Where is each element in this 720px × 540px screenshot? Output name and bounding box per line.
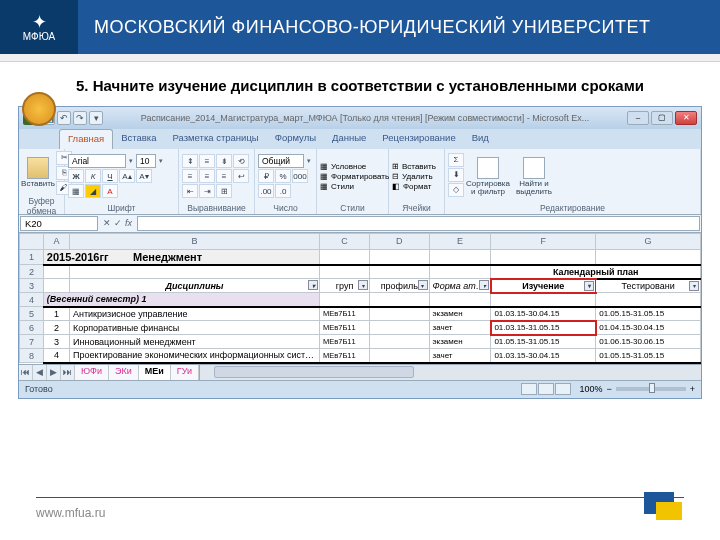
tab-insert[interactable]: Вставка [113, 129, 164, 149]
decrease-decimal-icon[interactable]: .0 [275, 184, 291, 198]
format-cells-icon[interactable]: ◧ [392, 182, 400, 191]
cancel-formula-icon[interactable]: ✕ [103, 218, 111, 228]
table-row[interactable]: 5 1 Антикризисное управление МЕв7Б11 экз… [20, 307, 701, 321]
sheet-tab[interactable]: ЭКи [109, 365, 139, 380]
clear-icon[interactable]: ◇ [448, 183, 464, 197]
fill-color-icon[interactable]: ◢ [85, 184, 101, 198]
name-box[interactable]: K20 [20, 216, 98, 231]
chevron-down-icon[interactable]: ▾ [157, 157, 165, 165]
select-all-cell[interactable] [20, 233, 44, 249]
merge-cells-icon[interactable]: ⊞ [216, 184, 232, 198]
align-right-icon[interactable]: ≡ [216, 169, 232, 183]
orientation-icon[interactable]: ⟲ [233, 154, 249, 168]
enter-formula-icon[interactable]: ✓ [114, 218, 122, 228]
zoom-out-icon[interactable]: − [606, 384, 611, 394]
autosum-icon[interactable]: Σ [448, 153, 464, 167]
col-header[interactable]: A [43, 233, 69, 249]
close-button[interactable]: ✕ [675, 111, 697, 125]
filter-dropdown-icon[interactable]: ▾ [308, 280, 318, 290]
align-top-icon[interactable]: ⇞ [182, 154, 198, 168]
number-format-select[interactable]: Общий [258, 154, 304, 168]
sheet-prev-icon[interactable]: ◀ [33, 365, 47, 380]
sheet-tab[interactable]: ГУи [171, 365, 199, 380]
semester-cell[interactable]: (Весенний семестр) 1 [43, 293, 319, 307]
sheet-first-icon[interactable]: ⏮ [19, 365, 33, 380]
borders-icon[interactable]: ▦ [68, 184, 84, 198]
row-header[interactable]: 8 [20, 349, 44, 363]
cell-styles-icon[interactable]: ▦ [320, 182, 328, 191]
shrink-font-icon[interactable]: A▾ [136, 169, 152, 183]
office-button[interactable] [22, 92, 56, 126]
row-header[interactable]: 1 [20, 249, 44, 265]
col-header[interactable]: E [429, 233, 491, 249]
formula-input[interactable] [137, 216, 700, 231]
row-header[interactable]: 4 [20, 293, 44, 307]
zoom-level[interactable]: 100% [579, 384, 602, 394]
find-select-button[interactable]: Найти и выделить [512, 151, 556, 202]
sheet-last-icon[interactable]: ⏭ [61, 365, 75, 380]
table-row[interactable]: 7 3 Инновационный менеджмент МЕв7Б11 экз… [20, 335, 701, 349]
filter-dropdown-icon[interactable]: ▾ [479, 280, 489, 290]
fx-icon[interactable]: fx [125, 218, 132, 228]
filter-header-test[interactable]: Тестировани▾ [596, 279, 701, 293]
view-pagebreak-icon[interactable] [555, 383, 571, 395]
col-header[interactable]: F [491, 233, 596, 249]
filter-dropdown-icon[interactable]: ▾ [418, 280, 428, 290]
conditional-format-icon[interactable]: ▦ [320, 162, 328, 171]
chevron-down-icon[interactable]: ▾ [305, 157, 313, 165]
zoom-in-icon[interactable]: + [690, 384, 695, 394]
col-header[interactable]: C [320, 233, 370, 249]
cell[interactable]: Календарный план [491, 265, 701, 279]
filter-header-study[interactable]: Изучение▾ [491, 279, 596, 293]
font-color-icon[interactable]: A [102, 184, 118, 198]
comma-icon[interactable]: 000 [292, 169, 308, 183]
table-row[interactable]: 6 2 Корпоративные финансы МЕв7Б11 зачет … [20, 321, 701, 335]
filter-dropdown-icon[interactable]: ▾ [584, 281, 594, 291]
sheet-tab-active[interactable]: МЕи [139, 365, 171, 380]
increase-indent-icon[interactable]: ⇥ [199, 184, 215, 198]
percent-icon[interactable]: % [275, 169, 291, 183]
delete-cells-icon[interactable]: ⊟ [392, 172, 399, 181]
filter-header-form[interactable]: Форма аттестаци▾ [429, 279, 491, 293]
sheet-next-icon[interactable]: ▶ [47, 365, 61, 380]
cell[interactable]: 2015-2016гг Менеджмент [43, 249, 319, 265]
format-as-table-icon[interactable]: ▦ [320, 172, 328, 181]
filter-header-disciplines[interactable]: Дисциплины▾ [69, 279, 319, 293]
row-header[interactable]: 2 [20, 265, 44, 279]
col-header[interactable]: B [69, 233, 319, 249]
font-name-select[interactable]: Arial [68, 154, 126, 168]
font-size-select[interactable]: 10 [136, 154, 156, 168]
zoom-thumb[interactable] [649, 383, 655, 393]
qat-redo-icon[interactable]: ↷ [73, 111, 87, 125]
grow-font-icon[interactable]: A▴ [119, 169, 135, 183]
currency-icon[interactable]: ₽ [258, 169, 274, 183]
zoom-slider[interactable] [616, 387, 686, 391]
spreadsheet-grid[interactable]: A B C D E F G 1 2015-2016гг Менеджмент 2 [19, 233, 701, 364]
column-headers[interactable]: A B C D E F G [20, 233, 701, 249]
col-header[interactable]: G [596, 233, 701, 249]
view-layout-icon[interactable] [538, 383, 554, 395]
maximize-button[interactable]: ▢ [651, 111, 673, 125]
increase-decimal-icon[interactable]: .00 [258, 184, 274, 198]
underline-button[interactable]: Ч [102, 169, 118, 183]
decrease-indent-icon[interactable]: ⇤ [182, 184, 198, 198]
sheet-tab[interactable]: ЮФи [75, 365, 109, 380]
fill-icon[interactable]: ⬇ [448, 168, 464, 182]
qat-undo-icon[interactable]: ↶ [57, 111, 71, 125]
horizontal-scrollbar[interactable] [199, 365, 701, 380]
tab-layout[interactable]: Разметка страницы [164, 129, 266, 149]
insert-cells-icon[interactable]: ⊞ [392, 162, 399, 171]
sort-filter-button[interactable]: Сортировка и фильтр [466, 151, 510, 202]
tab-view[interactable]: Вид [464, 129, 497, 149]
filter-dropdown-icon[interactable]: ▾ [689, 281, 699, 291]
filter-dropdown-icon[interactable]: ▾ [358, 280, 368, 290]
align-center-icon[interactable]: ≡ [199, 169, 215, 183]
table-row[interactable]: 8 4 Проектирование экономических информа… [20, 349, 701, 363]
align-bottom-icon[interactable]: ⇟ [216, 154, 232, 168]
view-normal-icon[interactable] [521, 383, 537, 395]
tab-review[interactable]: Рецензирование [374, 129, 463, 149]
scroll-thumb[interactable] [214, 366, 414, 378]
tab-data[interactable]: Данные [324, 129, 374, 149]
row-header[interactable]: 7 [20, 335, 44, 349]
row-header[interactable]: 3 [20, 279, 44, 293]
